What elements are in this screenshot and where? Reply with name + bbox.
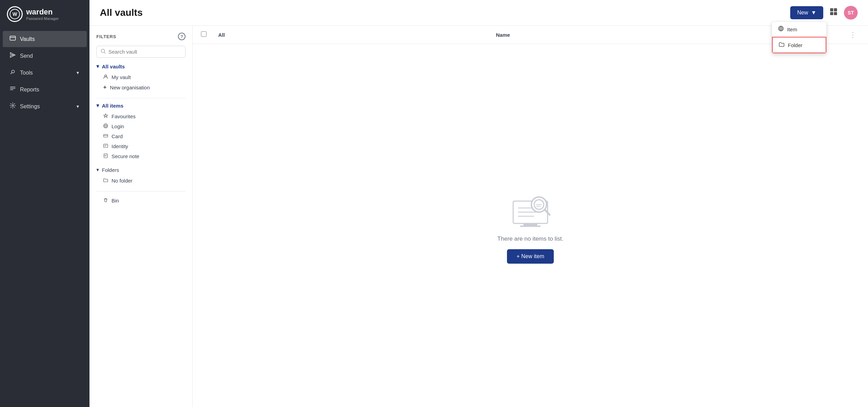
filters-panel: FILTERS ? ▾ All vaults My <box>89 26 193 407</box>
bin-icon <box>103 198 108 204</box>
star-icon <box>103 113 108 119</box>
all-items-toggle[interactable]: ▾ All items <box>96 102 186 109</box>
select-all-checkbox-col <box>201 31 211 38</box>
svg-text:W: W <box>12 11 17 17</box>
new-button[interactable]: New ▼ <box>790 6 823 19</box>
vaults-chevron-icon: ▾ <box>96 63 99 69</box>
new-button-chevron-icon: ▼ <box>811 10 816 16</box>
brand-name: warden <box>26 8 59 16</box>
sidebar-item-label: Vaults <box>20 36 35 42</box>
svg-rect-12 <box>104 134 108 137</box>
svg-rect-14 <box>104 154 107 158</box>
search-input[interactable] <box>108 49 181 55</box>
grid-view-icon[interactable] <box>827 6 840 20</box>
svg-point-3 <box>12 105 14 107</box>
name-label: Name <box>496 32 510 38</box>
sidebar-item-vaults[interactable]: Vaults <box>3 31 87 47</box>
settings-chevron-icon: ▼ <box>76 104 80 109</box>
sidebar-item-label: Send <box>20 53 33 59</box>
svg-rect-13 <box>104 144 108 147</box>
new-item-button-label: + New item <box>517 253 544 260</box>
filter-divider-2 <box>96 191 186 191</box>
empty-message: There are no items to list. <box>497 235 563 242</box>
logo-text: warden Password Manager <box>26 8 59 21</box>
filter-item-identity[interactable]: Identity <box>96 141 186 151</box>
person-icon <box>103 74 108 80</box>
filter-item-bin[interactable]: Bin <box>96 196 186 206</box>
svg-rect-5 <box>834 8 837 11</box>
filter-item-my-vault[interactable]: My vault <box>96 72 186 82</box>
globe-small-icon <box>103 123 108 129</box>
vaults-icon <box>10 35 16 43</box>
svg-rect-2 <box>10 36 15 40</box>
col-name-label: Name <box>496 32 767 38</box>
header-actions: New ▼ ST <box>790 6 858 20</box>
user-avatar[interactable]: ST <box>844 6 858 20</box>
sidebar-item-tools[interactable]: Tools ▼ <box>3 65 87 81</box>
sidebar-item-label: Reports <box>20 87 39 93</box>
svg-rect-7 <box>834 12 837 15</box>
globe-icon <box>778 26 784 33</box>
reports-icon <box>10 86 16 94</box>
filter-item-login[interactable]: Login <box>96 121 186 131</box>
new-item-button[interactable]: + New item <box>507 249 554 264</box>
filters-help-icon[interactable]: ? <box>178 33 186 40</box>
card-icon <box>103 133 108 139</box>
filter-section-items: ▾ All items Favourites Login <box>96 102 186 161</box>
filter-item-card[interactable]: Card <box>96 131 186 141</box>
body-content: FILTERS ? ▾ All vaults My <box>89 26 868 407</box>
items-chevron-icon: ▾ <box>96 102 99 109</box>
dropdown-item-label: Folder <box>788 42 803 48</box>
folder-small-icon <box>103 178 108 184</box>
vault-table-header: All Name Owner ⋮ <box>193 26 868 44</box>
page-title: All vaults <box>100 7 790 18</box>
filter-section-folders: ▾ Folders No folder <box>96 167 186 186</box>
folders-toggle[interactable]: ▾ Folders <box>96 167 186 173</box>
col-all-label: All <box>218 32 489 38</box>
vault-content: All Name Owner ⋮ <box>193 26 868 407</box>
filters-title: FILTERS <box>96 34 116 39</box>
dropdown-item-label: Item <box>787 26 797 32</box>
brand-subtitle: Password Manager <box>26 16 59 21</box>
dropdown-item-item[interactable]: Item <box>772 22 826 37</box>
filters-header: FILTERS ? <box>96 33 186 40</box>
filter-item-new-org[interactable]: + New organisation <box>96 82 186 92</box>
filter-divider <box>96 98 186 98</box>
folders-chevron-icon: ▾ <box>96 167 99 173</box>
all-vaults-label: All vaults <box>102 64 125 69</box>
empty-state-illustration <box>506 187 554 229</box>
select-all-checkbox[interactable] <box>201 31 207 37</box>
sidebar-item-label: Settings <box>20 103 40 110</box>
folder-icon <box>779 42 784 48</box>
new-button-label: New <box>797 10 808 16</box>
identity-icon <box>103 143 108 149</box>
filter-item-secure-note[interactable]: Secure note <box>96 151 186 161</box>
more-options-icon[interactable]: ⋮ <box>849 31 856 38</box>
sidebar-item-settings[interactable]: Settings ▼ <box>3 98 87 114</box>
plus-icon: + <box>103 84 106 90</box>
vault-empty-state: There are no items to list. + New item <box>193 44 868 407</box>
search-icon <box>101 49 106 55</box>
tools-chevron-icon: ▼ <box>76 70 80 75</box>
all-label: All <box>218 32 225 38</box>
note-icon <box>103 153 108 159</box>
more-options-col: ⋮ <box>849 31 860 39</box>
sidebar-item-send[interactable]: Send <box>3 48 87 64</box>
send-icon <box>10 52 16 60</box>
svg-rect-17 <box>520 226 541 227</box>
sidebar-item-label: Tools <box>20 70 33 76</box>
main-content: All vaults New ▼ ST Item <box>89 0 868 407</box>
folders-label: Folders <box>102 167 119 173</box>
all-vaults-toggle[interactable]: ▾ All vaults <box>96 63 186 69</box>
svg-rect-6 <box>830 12 833 15</box>
sidebar: W warden Password Manager Vaults Send <box>0 0 89 407</box>
header: All vaults New ▼ ST Item <box>89 0 868 26</box>
sidebar-nav: Vaults Send Tools ▼ Reports Settings <box>0 28 89 117</box>
dropdown-item-folder[interactable]: Folder <box>772 37 826 53</box>
filter-item-no-folder[interactable]: No folder <box>96 176 186 186</box>
sidebar-item-reports[interactable]: Reports <box>3 81 87 98</box>
tools-icon <box>10 69 16 77</box>
svg-rect-16 <box>523 223 537 226</box>
filter-item-favourites[interactable]: Favourites <box>96 111 186 121</box>
filter-section-vaults: ▾ All vaults My vault + New organisation <box>96 63 186 92</box>
